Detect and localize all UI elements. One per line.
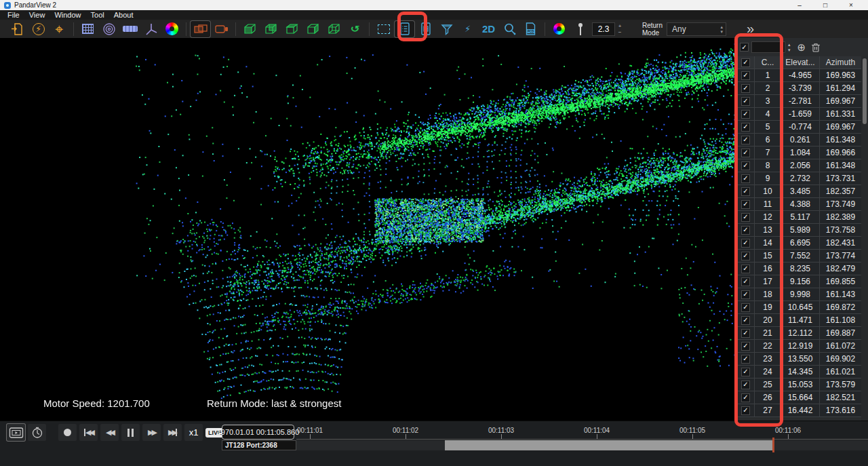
close-button[interactable]: × [838, 0, 864, 10]
table-row[interactable]: ✓ 1 -4.965 169.963 [737, 69, 861, 82]
header-checkbox[interactable]: ✓ [741, 58, 750, 67]
table-row[interactable]: ✓ 7 1.084 169.966 [737, 147, 861, 159]
view-top-button[interactable] [282, 21, 302, 37]
skip-end-button[interactable]: ▶▶ [163, 424, 182, 441]
table-row[interactable]: ✓ 18 9.998 161.143 [737, 288, 861, 301]
row-checkbox[interactable]: ✓ [741, 84, 750, 93]
expand-toolbar-button[interactable]: » [747, 21, 754, 37]
row-checkbox[interactable]: ✓ [741, 329, 750, 338]
axes-toggle-button[interactable] [141, 21, 161, 37]
return-mode-select[interactable]: Any ▴▾ [667, 22, 726, 36]
table-row[interactable]: ✓ 23 13.550 169.902 [737, 353, 861, 366]
menu-window[interactable]: Window [51, 11, 87, 19]
data-table-button[interactable] [416, 21, 435, 37]
row-checkbox[interactable]: ✓ [741, 110, 750, 119]
row-checkbox[interactable]: ✓ [741, 342, 750, 351]
row-checkbox[interactable]: ✓ [741, 355, 750, 364]
table-row[interactable]: ✓ 15 7.552 173.774 [737, 250, 861, 263]
color-map-button[interactable] [162, 21, 182, 37]
table-row[interactable]: ✓ 25 15.053 173.579 [737, 378, 861, 391]
calibration-button[interactable]: ⌖ [50, 21, 69, 37]
table-row[interactable]: ✓ 13 5.989 173.758 [737, 224, 861, 237]
row-checkbox[interactable]: ✓ [741, 226, 750, 235]
play-file-button[interactable] [7, 424, 25, 441]
table-row[interactable]: ✓ 19 10.645 169.872 [737, 301, 861, 314]
add-button[interactable]: ⊕ [797, 41, 806, 54]
scrollbar-thumb[interactable] [863, 58, 867, 124]
table-row[interactable]: ✓ 10 3.485 182.357 [737, 185, 861, 198]
row-checkbox[interactable]: ✓ [741, 97, 750, 106]
ruler-tool-button[interactable] [120, 21, 140, 37]
select-all-checkbox[interactable]: ✓ [740, 43, 749, 52]
channel-list-button[interactable] [395, 21, 414, 37]
table-row[interactable]: ✓ 22 12.919 161.072 [737, 340, 861, 353]
table-scrollbar[interactable] [861, 56, 868, 421]
open-file-button[interactable] [7, 21, 27, 37]
table-row[interactable]: ✓ 21 12.112 169.887 [737, 327, 861, 340]
point-size-button[interactable] [570, 21, 590, 37]
row-checkbox[interactable]: ✓ [741, 393, 750, 402]
row-checkbox[interactable]: ✓ [741, 149, 750, 157]
table-row[interactable]: ✓ 24 14.345 161.021 [737, 366, 861, 378]
table-row[interactable]: ✓ 9 2.732 173.731 [737, 172, 861, 185]
header-channel[interactable]: C... [755, 56, 781, 69]
header-elevation[interactable]: Elevat... [781, 56, 820, 69]
table-row[interactable]: ✓ 2 -3.739 161.294 [737, 82, 861, 95]
timestamp-field[interactable]: 1970.01.01 00:11:05.860 [222, 425, 294, 440]
single-cloud-button[interactable] [212, 21, 231, 37]
view-iso-button[interactable] [324, 21, 344, 37]
table-row[interactable]: ✓ 11 4.388 173.749 [737, 198, 861, 211]
row-checkbox[interactable]: ✓ [741, 174, 750, 183]
trigger-button[interactable]: ⚡ [458, 21, 477, 37]
port-tab[interactable]: JT128 Port:2368 [222, 440, 296, 450]
timeline-track[interactable] [296, 440, 868, 450]
row-checkbox[interactable]: ✓ [741, 213, 750, 222]
channel-filter-input[interactable] [751, 41, 785, 53]
delete-button[interactable] [811, 42, 821, 52]
row-checkbox[interactable]: ✓ [741, 368, 750, 376]
select-area-button[interactable] [374, 21, 393, 37]
row-checkbox[interactable]: ✓ [741, 123, 750, 132]
view-back-button[interactable] [261, 21, 281, 37]
minimize-button[interactable]: – [787, 0, 812, 10]
header-azimuth[interactable]: Azimuth [820, 56, 861, 69]
row-checkbox[interactable]: ✓ [741, 239, 750, 248]
pcd-export-button[interactable]: PCD [521, 21, 540, 37]
2d-view-button[interactable]: 2D [479, 21, 498, 37]
row-checkbox[interactable]: ✓ [741, 277, 750, 286]
table-row[interactable]: ✓ 20 11.471 161.108 [737, 314, 861, 327]
menu-view[interactable]: View [26, 11, 52, 19]
menu-file[interactable]: File [4, 11, 26, 19]
point-size-decrease[interactable]: − [616, 29, 623, 35]
rewind-button[interactable]: ◀◀ [100, 424, 119, 441]
skip-start-button[interactable]: ◀◀ [79, 424, 98, 441]
filter-button[interactable] [437, 21, 456, 37]
compare-clouds-button[interactable] [191, 21, 210, 37]
row-checkbox[interactable]: ✓ [741, 187, 750, 196]
point-size-increase[interactable]: + [616, 23, 623, 29]
speed-button[interactable]: x1 [184, 424, 203, 441]
row-checkbox[interactable]: ✓ [741, 290, 750, 299]
point-color-button[interactable] [549, 21, 569, 37]
table-row[interactable]: ✓ 17 9.156 169.855 [737, 275, 861, 288]
table-row[interactable]: ✓ 3 -2.781 169.967 [737, 95, 861, 108]
point-cloud-canvas[interactable] [0, 38, 737, 421]
table-row[interactable]: ✓ 26 15.664 182.521 [737, 391, 861, 404]
row-checkbox[interactable]: ✓ [741, 406, 750, 415]
table-row[interactable]: ✓ 4 -1.659 161.331 [737, 108, 861, 121]
view-front-button[interactable] [240, 21, 260, 37]
record-button[interactable] [58, 424, 77, 441]
row-checkbox[interactable]: ✓ [741, 381, 750, 389]
row-checkbox[interactable]: ✓ [741, 265, 750, 273]
table-row[interactable]: ✓ 16 8.235 182.479 [737, 263, 861, 275]
restore-button[interactable]: □ [812, 0, 838, 10]
row-checkbox[interactable]: ✓ [741, 200, 750, 209]
table-row[interactable]: ✓ 12 5.117 182.389 [737, 211, 861, 224]
row-checkbox[interactable]: ✓ [741, 136, 750, 144]
reset-view-button[interactable]: ↺ [345, 21, 365, 37]
row-checkbox[interactable]: ✓ [741, 252, 750, 260]
record-timer-button[interactable] [28, 424, 46, 441]
table-row[interactable]: ✓ 14 6.695 182.431 [737, 237, 861, 250]
power-button[interactable]: ⚡ [28, 21, 48, 37]
filter-spinner[interactable]: ▴▾ [788, 42, 791, 53]
